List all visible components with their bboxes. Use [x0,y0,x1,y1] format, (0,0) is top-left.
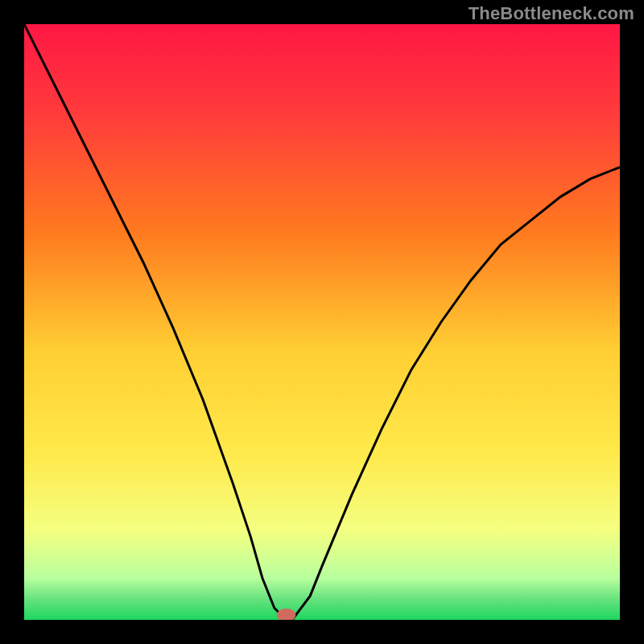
watermark-text: TheBottleneck.com [469,3,634,24]
chart-svg [24,24,620,620]
chart-root: TheBottleneck.com [0,0,644,644]
plot-area [24,24,620,620]
gradient-background [24,24,620,620]
